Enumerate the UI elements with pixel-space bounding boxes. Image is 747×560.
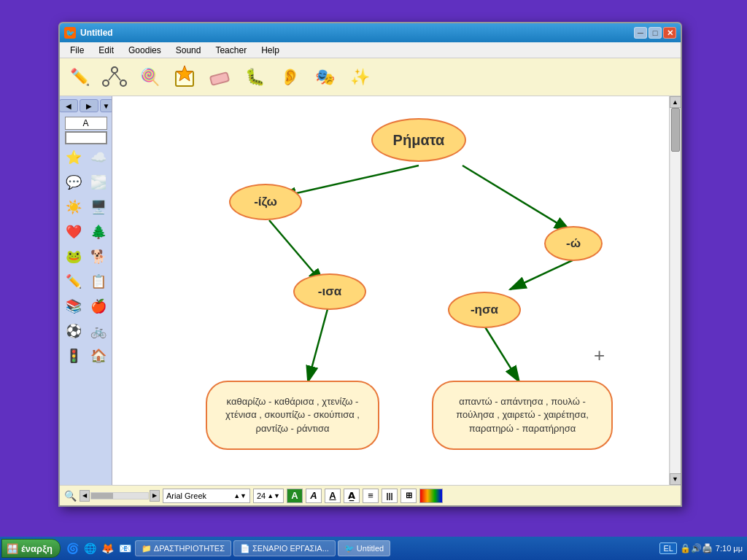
- sidebar-icon-chalkboard[interactable]: 📋: [87, 270, 110, 293]
- svg-point-0: [112, 67, 117, 73]
- menu-teacher[interactable]: Teacher: [209, 44, 252, 57]
- tool-bug[interactable]: 🐛: [241, 63, 268, 91]
- node-rimata[interactable]: Ρήματα: [371, 118, 466, 162]
- sidebar-icon-cloud2[interactable]: 🌫️: [87, 171, 110, 194]
- canvas-area[interactable]: Ρήματα -ίζω -ώ -ισα -ησα καθαρίζω - καθά…: [112, 96, 669, 485]
- sidebar-icon-bike[interactable]: 🚲: [87, 319, 110, 343]
- tool-star-box[interactable]: [171, 63, 198, 91]
- hscroll-track[interactable]: [90, 492, 149, 499]
- svg-line-10: [462, 166, 570, 231]
- tool-lollipop[interactable]: 🍭: [136, 63, 163, 91]
- italic-button[interactable]: A: [306, 489, 322, 503]
- svg-point-1: [103, 80, 109, 86]
- taskbar-item-0-label: ΔΡΑΣΤΗΡΙΟΤΗΤΕΣ: [154, 544, 225, 553]
- node-box1[interactable]: καθαρίζω - καθάρισα , χτενίζω - χτένισα …: [206, 381, 379, 450]
- sidebar-icon-house[interactable]: 🏠: [87, 344, 110, 368]
- vertical-scrollbar[interactable]: ▲ ▼: [669, 96, 681, 485]
- sidebar-icon-book[interactable]: 📚: [62, 295, 85, 318]
- sidebar-icon-traffic[interactable]: 🚦: [62, 344, 85, 368]
- node-isa[interactable]: -ισα: [293, 273, 366, 310]
- sidebar-icon-pencil[interactable]: ✏️: [62, 270, 85, 293]
- quick-launch-1[interactable]: 🌀: [65, 542, 80, 554]
- node-hsa[interactable]: -ησα: [448, 292, 521, 328]
- svg-point-2: [120, 80, 126, 86]
- taskbar-item-0[interactable]: 📁 ΔΡΑΣΤΗΡΙΟΤΗΤΕΣ: [135, 540, 231, 556]
- color-bar[interactable]: [419, 489, 443, 503]
- taskbar-item-1-label: ΣΕΝΑΡΙΟ ΕΡΓΑΣΙΑ...: [252, 544, 329, 553]
- menu-edit[interactable]: Edit: [93, 44, 120, 57]
- sidebar-icon-dog[interactable]: 🐕: [87, 245, 110, 268]
- sidebar-icon-frog[interactable]: 🐸: [62, 245, 85, 268]
- underline-button[interactable]: A: [325, 489, 341, 503]
- minimize-button[interactable]: ─: [634, 27, 647, 39]
- node-izw[interactable]: -ίζω: [229, 184, 302, 220]
- close-button[interactable]: ✕: [663, 27, 676, 39]
- font-size-arrow: ▲▼: [267, 492, 280, 499]
- scroll-up[interactable]: ▲: [670, 96, 681, 108]
- sidebar-textbox[interactable]: A: [65, 117, 107, 130]
- tool-pencil[interactable]: ✏️: [66, 63, 93, 91]
- menu-goodies[interactable]: Goodies: [123, 44, 167, 57]
- align-center[interactable]: |||: [382, 489, 398, 503]
- sidebar-icon-speech[interactable]: 💬: [62, 171, 85, 194]
- tool-eraser[interactable]: [206, 63, 233, 91]
- taskbar-item-2[interactable]: 🐦 Untitled: [338, 540, 390, 556]
- maximize-button[interactable]: □: [649, 27, 662, 39]
- menu-help[interactable]: Help: [255, 44, 285, 57]
- font-selector[interactable]: Arial Greek ▲▼: [163, 489, 250, 503]
- svg-line-12: [510, 259, 576, 289]
- tool-sparkle[interactable]: ✨: [346, 63, 374, 91]
- sidebar-rect[interactable]: [65, 131, 107, 144]
- sidebar-icon-ball[interactable]: ⚽: [62, 319, 85, 343]
- menu-file[interactable]: File: [64, 44, 90, 57]
- sidebar-icon-heart[interactable]: ❤️: [62, 220, 85, 244]
- align-left[interactable]: ≡: [363, 489, 379, 503]
- scroll-thumb[interactable]: [671, 108, 680, 152]
- font-arrow: ▲▼: [233, 492, 247, 499]
- sidebar-nav: ◀ ▶ ▼: [60, 99, 112, 112]
- quick-launch-2[interactable]: 🌐: [82, 542, 98, 554]
- svg-line-13: [308, 309, 328, 382]
- bold-button[interactable]: A: [287, 489, 303, 503]
- scroll-track[interactable]: [670, 108, 681, 473]
- scroll-down[interactable]: ▼: [670, 473, 681, 485]
- start-button[interactable]: 🪟 έναρξη: [1, 539, 61, 558]
- svg-rect-7: [210, 72, 229, 85]
- nav-left[interactable]: ◀: [60, 99, 78, 112]
- crosshair: +: [594, 346, 605, 365]
- sidebar-icon-apple[interactable]: 🍎: [87, 295, 110, 318]
- sidebar-icon-sun[interactable]: ☀️: [62, 195, 85, 219]
- menu-sound[interactable]: Sound: [170, 44, 207, 57]
- hscroll-right[interactable]: ▶: [150, 490, 160, 502]
- insert-table[interactable]: ⊞: [400, 489, 417, 503]
- sidebar-icon-tree[interactable]: 🌲: [87, 220, 110, 244]
- tool-ear[interactable]: 👂: [276, 63, 303, 91]
- taskbar-item-2-label: Untitled: [357, 544, 384, 553]
- menu-bar: File Edit Goodies Sound Teacher Help: [60, 42, 681, 58]
- nav-down[interactable]: ▼: [100, 99, 113, 112]
- nav-right[interactable]: ▶: [80, 99, 98, 112]
- sidebar-icons-7: 📚 🍎: [62, 295, 110, 318]
- taskbar-item-1-icon: 📄: [240, 544, 250, 553]
- toolbar: ✏️ 🍭 🐛 👂 🎭 ✨: [60, 58, 681, 96]
- tool-nodes[interactable]: [101, 63, 128, 91]
- main-window: 🐦 Untitled ─ □ ✕ File Edit Goodies Sound…: [58, 22, 682, 507]
- strikethrough-button[interactable]: A̲: [344, 489, 360, 503]
- font-size-selector[interactable]: 24 ▲▼: [253, 489, 284, 503]
- start-label: έναρξη: [21, 543, 53, 554]
- node-box2[interactable]: απαντώ - απάντησα , πουλώ - πούλησα , χα…: [432, 381, 613, 450]
- hscroll-left[interactable]: ◀: [80, 490, 90, 502]
- tool-faces[interactable]: 🎭: [311, 63, 338, 91]
- sidebar-icon-cloud[interactable]: ☁️: [87, 146, 110, 169]
- node-w[interactable]: -ώ: [544, 226, 603, 261]
- quick-launch-4[interactable]: 📧: [117, 542, 133, 554]
- taskbar-item-1[interactable]: 📄 ΣΕΝΑΡΙΟ ΕΡΓΑΣΙΑ...: [233, 540, 336, 556]
- sidebar-icon-star[interactable]: ⭐: [62, 146, 85, 169]
- sidebar-icon-computer[interactable]: 🖥️: [87, 195, 110, 219]
- left-sidebar: ◀ ▶ ▼ A ⭐ ☁️ 💬 🌫️ ☀️ 🖥️: [60, 96, 112, 485]
- language-badge[interactable]: EL: [659, 542, 676, 554]
- start-icon: 🪟: [7, 543, 18, 554]
- hscroll-thumb[interactable]: [91, 493, 113, 499]
- sidebar-icons-4: ❤️ 🌲: [62, 220, 110, 244]
- quick-launch-3[interactable]: 🦊: [100, 542, 115, 554]
